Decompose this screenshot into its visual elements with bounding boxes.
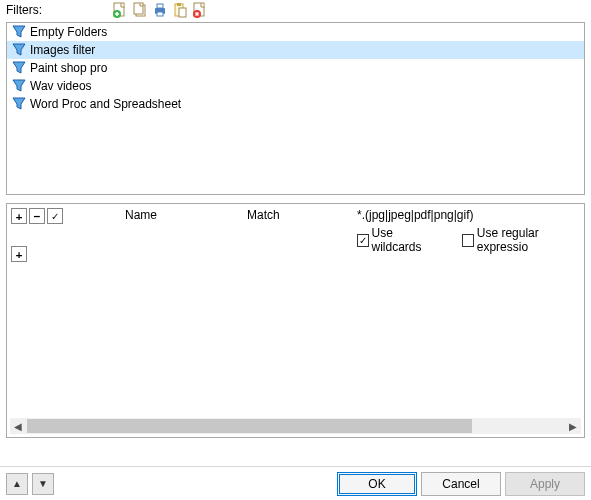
- svg-rect-6: [157, 12, 163, 16]
- expand-button[interactable]: +: [11, 208, 27, 224]
- funnel-icon: [11, 25, 26, 40]
- horizontal-scrollbar[interactable]: ◀ ▶: [10, 418, 581, 434]
- ok-button[interactable]: OK: [337, 472, 417, 496]
- filter-item-images-filter[interactable]: Images filter: [7, 41, 584, 59]
- cancel-button[interactable]: Cancel: [421, 472, 501, 496]
- funnel-icon: [11, 97, 26, 112]
- filters-label: Filters:: [6, 3, 106, 17]
- dialog-footer: ▲ ▼ OK Cancel Apply: [0, 466, 591, 500]
- filter-item-paint-shop-pro[interactable]: Paint shop pro: [7, 59, 584, 77]
- move-down-button[interactable]: ▼: [32, 473, 54, 495]
- filter-item-empty-folders[interactable]: Empty Folders: [7, 23, 584, 41]
- filter-item-label: Wav videos: [30, 79, 92, 93]
- svg-rect-5: [157, 4, 163, 8]
- check-button[interactable]: ✓: [47, 208, 63, 224]
- apply-button[interactable]: Apply: [505, 472, 585, 496]
- paste-filter-icon[interactable]: [172, 2, 188, 18]
- new-filter-icon[interactable]: [112, 2, 128, 18]
- print-filter-icon[interactable]: [152, 2, 168, 18]
- scroll-right-icon[interactable]: ▶: [565, 418, 581, 434]
- delete-filter-icon[interactable]: [192, 2, 208, 18]
- filter-item-word-proc-spreadsheet[interactable]: Word Proc and Spreadsheet: [7, 95, 584, 113]
- use-wildcards-label: Use wildcards: [372, 226, 437, 254]
- checkbox-icon: ✓: [357, 234, 369, 247]
- filter-list[interactable]: Empty Folders Images filter Paint shop p…: [6, 22, 585, 195]
- copy-filter-icon[interactable]: [132, 2, 148, 18]
- svg-rect-9: [179, 8, 186, 17]
- filter-item-label: Images filter: [30, 43, 95, 57]
- funnel-icon: [11, 61, 26, 76]
- filter-item-wav-videos[interactable]: Wav videos: [7, 77, 584, 95]
- funnel-icon: [11, 79, 26, 94]
- column-match: Match: [247, 208, 280, 222]
- column-name: Name: [125, 208, 157, 222]
- scroll-thumb[interactable]: [27, 419, 472, 433]
- add-rule-button[interactable]: +: [11, 246, 27, 262]
- filter-item-label: Empty Folders: [30, 25, 107, 39]
- checkbox-icon: [462, 234, 474, 247]
- filter-item-label: Paint shop pro: [30, 61, 107, 75]
- use-regex-checkbox[interactable]: Use regular expressio: [462, 226, 578, 254]
- use-wildcards-checkbox[interactable]: ✓ Use wildcards: [357, 226, 436, 254]
- filter-item-label: Word Proc and Spreadsheet: [30, 97, 181, 111]
- match-pattern: *.(jpg|jpeg|pdf|png|gif): [357, 206, 578, 224]
- use-regex-label: Use regular expressio: [477, 226, 578, 254]
- svg-rect-8: [177, 3, 181, 6]
- funnel-icon: [11, 43, 26, 58]
- rules-panel: + − ✓ Name Match *.(jpg|jpeg|pdf|png|gif…: [6, 203, 585, 438]
- scroll-left-icon[interactable]: ◀: [10, 418, 26, 434]
- collapse-button[interactable]: −: [29, 208, 45, 224]
- move-up-button[interactable]: ▲: [6, 473, 28, 495]
